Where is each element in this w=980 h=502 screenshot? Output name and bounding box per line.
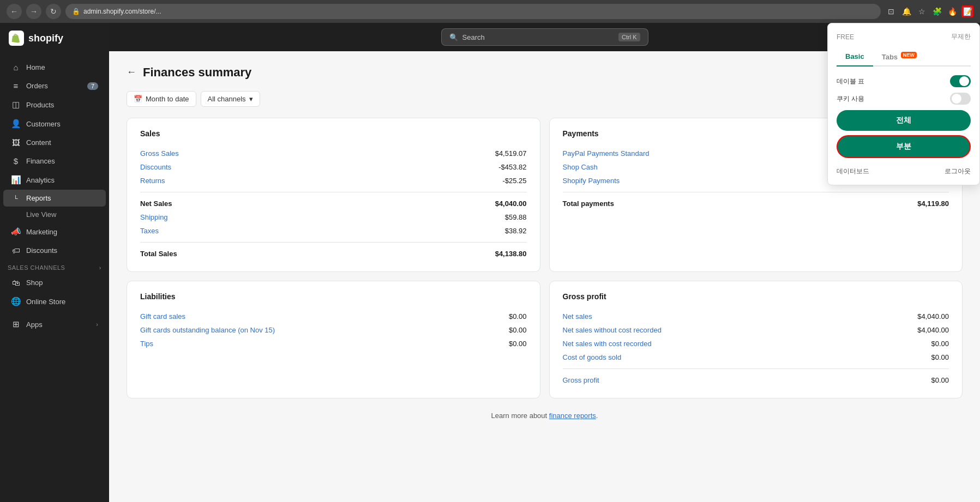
sales-row-gross: Gross Sales $4,519.07 — [140, 147, 527, 160]
liabilities-card-title: Liabilities — [140, 292, 527, 301]
page-title: Finances summary — [143, 65, 251, 80]
active-extension-icon[interactable]: 📝 — [961, 5, 973, 17]
gp-row-cogs: Cost of goods sold $0.00 — [563, 350, 949, 364]
net-sales-label[interactable]: Net Sales — [140, 199, 172, 208]
sidebar-item-content[interactable]: 🖼 Content — [3, 134, 106, 152]
gp-profit-label: Gross profit — [563, 376, 599, 384]
orders-badge: 7 — [87, 82, 98, 90]
toggle-cookie[interactable] — [950, 93, 971, 105]
gross-profit-card: Gross profit Net sales $4,040.00 Net sal… — [549, 281, 963, 398]
gp-net-sales-label[interactable]: Net sales — [563, 312, 592, 320]
shipping-value: $59.88 — [505, 213, 527, 221]
bell-icon[interactable]: 🔔 — [900, 5, 912, 17]
channels-filter-button[interactable]: All channels ▾ — [201, 91, 260, 107]
browser-forward-btn[interactable]: → — [26, 4, 41, 19]
search-icon: 🔍 — [449, 33, 458, 41]
popup-top-row: FREE 무제한 — [837, 32, 971, 41]
gp-net-without-cost-label[interactable]: Net sales without cost recorded — [563, 326, 662, 334]
popup-tab-tabs[interactable]: Tabs NEW — [873, 48, 925, 66]
sidebar-item-orders[interactable]: ≡ Orders 7 — [3, 77, 106, 95]
sidebar-item-shop-label: Shop — [26, 279, 43, 287]
returns-label[interactable]: Returns — [140, 177, 165, 185]
browser-action-icons: ⊡ 🔔 ☆ 🧩 🔥 📝 — [885, 5, 973, 17]
total-payments-label: Total payments — [563, 199, 614, 208]
giftcard-sales-value: $0.00 — [509, 312, 527, 320]
popup-row-cookie: 쿠키 사용 — [837, 93, 971, 105]
popup-dashboard-link[interactable]: 데이터보드 — [837, 167, 869, 176]
gp-net-with-cost-label[interactable]: Net sales with cost recorded — [563, 340, 652, 348]
sidebar-item-orders-label: Orders — [26, 82, 48, 90]
popup-btn-partial[interactable]: 부분 — [837, 135, 971, 158]
giftcard-balance-value: $0.00 — [509, 326, 527, 334]
liabilities-card: Liabilities Gift card sales $0.00 Gift c… — [127, 281, 540, 398]
finance-reports-link[interactable]: finance reports — [549, 412, 596, 420]
sidebar-item-liveview[interactable]: Live View — [3, 207, 106, 222]
gp-cogs-label[interactable]: Cost of goods sold — [563, 353, 622, 361]
browser-back-btn[interactable]: ← — [7, 4, 22, 19]
extension-icon[interactable]: 🧩 — [931, 5, 943, 17]
discounts-label[interactable]: Discounts — [140, 163, 171, 171]
tips-value: $0.00 — [509, 340, 527, 348]
sidebar-item-apps-label: Apps — [26, 320, 43, 329]
sidebar-item-reports-label: Reports — [26, 194, 51, 202]
sales-channels-section: Sales channels › — [0, 260, 109, 273]
sales-row-shipping: Shipping $59.88 — [140, 210, 527, 224]
popup-logout-link[interactable]: 로그아웃 — [945, 167, 971, 176]
total-sales-label[interactable]: Total Sales — [140, 250, 177, 258]
popup-tab-basic[interactable]: Basic — [837, 48, 873, 66]
popup-btn-full[interactable]: 전체 — [837, 110, 971, 131]
shipping-label[interactable]: Shipping — [140, 213, 168, 221]
footer-text: Learn more about — [491, 412, 549, 420]
payments-row-total: Total payments $4,119.80 — [563, 197, 949, 210]
browser-url-bar[interactable]: 🔒 admin.shopify.com/store/... — [65, 4, 881, 19]
sidebar-item-marketing[interactable]: 📣 Marketing — [3, 222, 106, 241]
popup-tab-tabs-label: Tabs — [882, 53, 898, 61]
screen-icon[interactable]: ⊡ — [885, 5, 897, 17]
toggle-table-knob — [959, 76, 969, 86]
sidebar-item-discounts-label: Discounts — [26, 246, 57, 255]
paypal-label[interactable]: PayPal Payments Standard — [563, 149, 650, 158]
sales-row-returns: Returns -$25.25 — [140, 174, 527, 188]
products-icon: ◫ — [11, 100, 21, 110]
sidebar-item-online-store[interactable]: 🌐 Online Store — [3, 292, 106, 311]
analytics-icon: 📊 — [11, 175, 21, 185]
gross-sales-label[interactable]: Gross Sales — [140, 149, 179, 158]
sidebar-item-online-store-label: Online Store — [26, 298, 65, 306]
sidebar-item-products[interactable]: ◫ Products — [3, 95, 106, 114]
date-filter-button[interactable]: 📅 Month to date — [127, 91, 196, 107]
back-button[interactable]: ← — [127, 66, 136, 78]
sidebar-item-customers[interactable]: 👤 Customers — [3, 114, 106, 133]
sales-row-net: Net Sales $4,040.00 — [140, 197, 527, 210]
url-text: admin.shopify.com/store/... — [83, 8, 161, 15]
apps-icon: ⊞ — [11, 319, 21, 329]
gp-row-net-sales: Net sales $4,040.00 — [563, 310, 949, 323]
star-icon[interactable]: ☆ — [916, 5, 928, 17]
sidebar-item-finances[interactable]: $ Finances — [3, 152, 106, 170]
sidebar-item-reports[interactable]: └ Reports — [3, 190, 106, 207]
giftcard-balance-label[interactable]: Gift cards outstanding balance (on Nov 1… — [140, 326, 275, 334]
browser-reload-btn[interactable]: ↻ — [46, 4, 61, 19]
shopify-payments-label[interactable]: Shopify Payments — [563, 177, 620, 185]
shopify-logo[interactable]: shopify — [9, 31, 63, 46]
sidebar-item-analytics-label: Analytics — [26, 176, 55, 184]
total-payments-value: $4,119.80 — [917, 199, 949, 208]
global-search[interactable]: 🔍 Search Ctrl K — [441, 28, 648, 46]
sidebar-item-discounts[interactable]: 🏷 Discounts — [3, 241, 106, 259]
sidebar-item-apps[interactable]: ⊞ Apps › — [3, 315, 106, 334]
total-sales-value: $4,138.80 — [495, 250, 527, 258]
sidebar-item-home[interactable]: ⌂ Home — [3, 58, 106, 76]
giftcard-sales-label[interactable]: Gift card sales — [140, 312, 185, 320]
tips-label[interactable]: Tips — [140, 340, 153, 348]
sidebar-item-analytics[interactable]: 📊 Analytics — [3, 171, 106, 189]
discounts-value: -$453.82 — [498, 163, 526, 171]
gp-net-without-cost-value: $4,040.00 — [917, 326, 949, 334]
popup-plan-free: FREE — [837, 33, 854, 41]
taxes-label[interactable]: Taxes — [140, 227, 159, 235]
popup-plan-free-ko: 무제한 — [951, 32, 971, 41]
returns-value: -$25.25 — [502, 177, 526, 185]
flame-icon[interactable]: 🔥 — [946, 5, 958, 17]
net-sales-value: $4,040.00 — [495, 199, 527, 208]
shopcash-label[interactable]: Shop Cash — [563, 163, 598, 171]
sidebar-item-shop[interactable]: 🛍 Shop — [3, 274, 106, 292]
toggle-table[interactable] — [950, 75, 971, 87]
